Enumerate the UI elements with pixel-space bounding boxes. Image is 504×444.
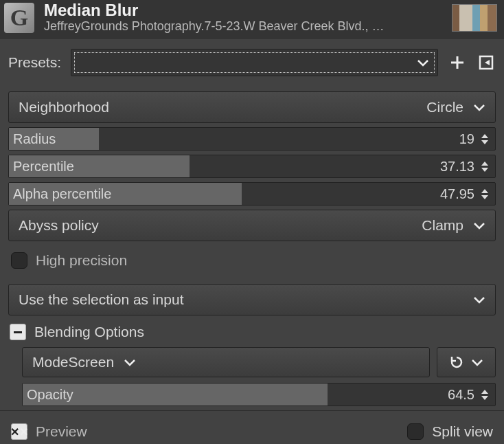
chevron-down-icon — [473, 296, 485, 304]
preview-checkbox[interactable]: ✕ — [11, 423, 27, 440]
alpha-percentile-value: 47.95 — [440, 186, 474, 202]
blend-mode-row: Mode Screen — [22, 347, 496, 377]
alpha-percentile-spinner[interactable] — [481, 186, 491, 202]
radius-value: 19 — [459, 131, 474, 147]
high-precision-row: High precision — [8, 245, 496, 276]
high-precision-label: High precision — [36, 252, 127, 269]
opacity-value: 64.5 — [448, 387, 474, 403]
abyss-policy-value: Clamp — [422, 217, 463, 234]
opacity-spinner[interactable] — [481, 386, 491, 403]
reset-icon — [449, 355, 464, 370]
chevron-down-icon — [473, 221, 485, 230]
blending-options-body: Mode Screen Opacity 64.5 — [8, 347, 496, 406]
footer-row: ✕ Preview Split view — [8, 411, 496, 440]
opacity-label: Opacity — [27, 387, 73, 403]
dialog-title: Median Blur — [44, 1, 446, 19]
opacity-slider[interactable]: Opacity 64.5 — [22, 383, 496, 406]
percentile-label: Percentile — [13, 159, 74, 175]
selection-input-combobox[interactable]: Use the selection as input — [8, 284, 496, 315]
add-preset-button[interactable] — [448, 53, 467, 72]
blend-mode-value: Screen — [69, 354, 115, 370]
radius-spinner[interactable] — [481, 131, 491, 147]
blend-mode-combobox[interactable]: Mode Screen — [22, 347, 430, 377]
blend-mode-switch-button[interactable] — [437, 347, 496, 377]
image-thumbnail[interactable] — [452, 4, 497, 32]
abyss-policy-combobox[interactable]: Abyss policy Clamp — [8, 210, 496, 241]
presets-focus-ring — [74, 52, 435, 73]
split-view-checkbox[interactable] — [407, 423, 424, 440]
blend-mode-label: Mode — [32, 354, 69, 370]
neighborhood-value: Circle — [426, 99, 463, 115]
neighborhood-combobox[interactable]: Neighborhood Circle — [8, 91, 496, 123]
selection-input-label: Use the selection as input — [19, 291, 183, 308]
percentile-slider[interactable]: Percentile 37.13 — [8, 155, 496, 178]
presets-label: Presets: — [8, 54, 61, 71]
split-view-label: Split view — [432, 423, 493, 440]
preview-label: Preview — [36, 423, 87, 440]
radius-slider[interactable]: Radius 19 — [8, 127, 496, 151]
blending-options-header[interactable]: Blending Options — [8, 320, 496, 347]
presets-combobox[interactable] — [71, 49, 438, 76]
alpha-percentile-slider[interactable]: Alpha percentile 47.95 — [8, 182, 496, 206]
title-bar: G Median Blur JeffreyGrounds Photography… — [0, 0, 504, 39]
gimp-app-icon: G — [4, 3, 34, 33]
radius-label: Radius — [13, 131, 56, 147]
dialog-body: Presets: Neighborhood Circle Radius 19 P… — [0, 39, 504, 440]
percentile-spinner[interactable] — [481, 158, 491, 175]
high-precision-checkbox[interactable] — [11, 252, 27, 269]
abyss-policy-label: Abyss policy — [19, 217, 99, 234]
alpha-percentile-label: Alpha percentile — [13, 186, 111, 202]
chevron-down-icon — [473, 103, 485, 111]
title-stack: Median Blur JeffreyGrounds Photography.7… — [44, 1, 446, 34]
dialog-subtitle: JeffreyGrounds Photography.7-5-23.W Beav… — [44, 19, 446, 34]
chevron-down-icon — [471, 358, 483, 366]
percentile-value: 37.13 — [440, 159, 474, 175]
chevron-down-icon — [417, 58, 429, 67]
neighborhood-label: Neighborhood — [19, 99, 109, 115]
presets-row: Presets: — [8, 49, 496, 76]
blending-options-expander[interactable] — [10, 324, 26, 340]
preset-menu-button[interactable] — [477, 53, 496, 72]
chevron-down-icon — [124, 358, 136, 366]
blending-options-title: Blending Options — [34, 324, 144, 340]
